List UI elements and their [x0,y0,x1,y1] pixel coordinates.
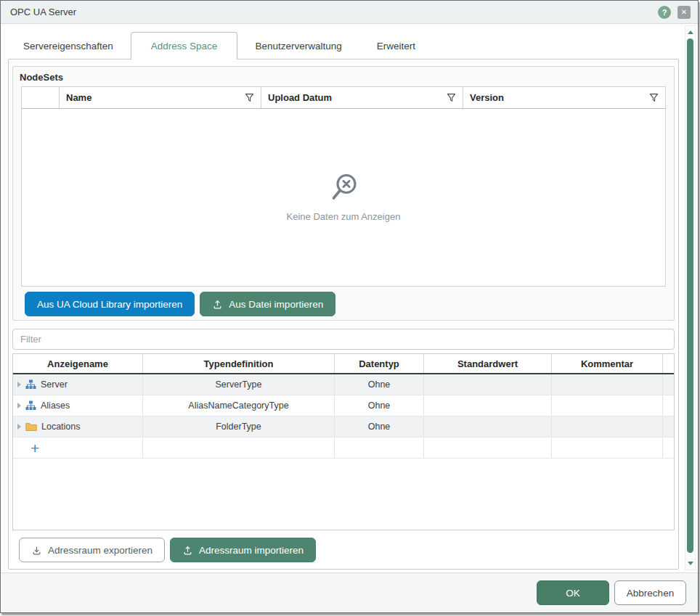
sitemap-icon [25,401,36,411]
cell-comment[interactable] [552,395,663,416]
cell-datatype[interactable]: Ohne [335,416,424,437]
column-anzeigename[interactable]: Anzeigename [13,354,143,373]
grid-header-row: Anzeigename Typendefinition Datentyp Sta… [13,354,674,374]
cell-spacer [143,438,335,458]
close-icon[interactable]: ✕ [677,6,691,19]
cell-type-definition[interactable]: ServerType [143,374,335,395]
cell-spacer [663,395,674,416]
cell-datatype[interactable]: Ohne [335,395,424,416]
row-label: Locations [41,422,81,432]
nodesets-column-name[interactable]: Name [60,87,261,108]
upload-icon [212,299,223,310]
cell-type-definition[interactable]: FolderType [143,416,335,437]
no-data-text: Keine Daten zum Anzeigen [287,211,401,222]
column-spacer [663,354,674,373]
cell-add[interactable]: + [13,438,143,458]
filter-input[interactable] [12,329,675,350]
export-address-space-label: Adressraum exportieren [48,545,152,556]
tab-erweitert[interactable]: Erweitert [359,33,433,59]
import-address-space-button[interactable]: Adressraum importieren [170,538,316,562]
add-row-icon[interactable]: + [13,440,39,456]
nodesets-button-row: Aus UA Cloud Library importieren Aus Dat… [25,292,674,316]
filter-icon[interactable] [447,93,456,102]
cell-default-value[interactable] [424,416,552,437]
export-address-space-button[interactable]: Adressraum exportieren [19,538,165,562]
download-icon [31,545,42,556]
row-label: Aliases [41,401,70,411]
nodesets-column-upload-datum-label: Upload Datum [268,92,332,103]
nodesets-column-upload-datum[interactable]: Upload Datum [261,87,463,108]
dialog-title: OPC UA Server [10,7,658,17]
filter-icon[interactable] [245,93,254,102]
cell-spacer [424,438,552,458]
import-address-space-label: Adressraum importieren [199,545,304,556]
address-space-grid: Anzeigename Typendefinition Datentyp Sta… [12,353,675,530]
cell-spacer [663,374,674,395]
expander-icon[interactable] [17,424,21,430]
nodesets-table: Name Upload Datum Version [21,86,666,287]
scrollbar-down-icon[interactable] [688,562,693,565]
dialog-titlebar: OPC UA Server ? ✕ [1,1,698,24]
nodesets-column-version[interactable]: Version [463,87,665,108]
nodesets-selector-column-header [22,87,60,108]
tab-bar: Servereigenschaften Address Space Benutz… [6,24,433,59]
opcua-server-dialog: OPC UA Server ? ✕ Servereigenschaften Ad… [0,0,699,613]
nodesets-empty-state: Keine Daten zum Anzeigen [22,109,665,286]
upload-icon [182,545,193,556]
cell-comment[interactable] [552,374,663,395]
cell-display-name[interactable]: Locations [13,416,143,437]
cell-type-definition[interactable]: AliasNameCategoryType [143,395,335,416]
cell-datatype[interactable]: Ohne [335,374,424,395]
add-row[interactable]: + [13,438,674,459]
nodesets-column-version-label: Version [470,92,504,103]
cell-display-name[interactable]: Aliases [13,395,143,416]
column-datentyp[interactable]: Datentyp [335,354,424,373]
cell-default-value[interactable] [424,395,552,416]
sitemap-icon [25,379,36,390]
cell-comment[interactable] [552,416,663,437]
cell-display-name[interactable]: Server [13,374,143,395]
nodesets-group-label: NodeSets [13,67,674,86]
cell-spacer [335,438,424,458]
vertical-scrollbar[interactable] [685,25,696,570]
tab-benutzerverwaltung[interactable]: Benutzerverwaltung [237,33,359,59]
filter-icon[interactable] [649,93,659,102]
file-import-label: Aus Datei importieren [229,299,323,310]
column-typendefinition[interactable]: Typendefinition [143,354,335,373]
row-label: Server [41,379,68,390]
address-space-panel: NodeSets Name Upload Datum [8,59,679,570]
column-kommentar[interactable]: Kommentar [552,354,663,373]
expander-icon[interactable] [17,382,21,387]
ok-button[interactable]: OK [537,580,609,605]
cloud-library-import-label: Aus UA Cloud Library importieren [37,299,182,310]
nodesets-table-header: Name Upload Datum Version [22,87,665,109]
address-space-button-row: Adressraum exportieren Adressraum import… [19,538,678,562]
cloud-library-import-button[interactable]: Aus UA Cloud Library importieren [25,292,195,316]
dialog-content: Servereigenschaften Address Space Benutz… [1,24,698,572]
expander-icon[interactable] [17,403,21,408]
column-standardwert[interactable]: Standardwert [424,354,552,373]
dialog-footer: OK Abbrechen [1,572,698,612]
table-row-aliases[interactable]: Aliases AliasNameCategoryType Ohne [13,395,674,416]
tab-servereigenschaften[interactable]: Servereigenschaften [6,33,131,59]
folder-icon [25,422,37,432]
no-data-magnifier-icon [327,173,359,205]
table-row-server[interactable]: Server ServerType Ohne [13,374,674,395]
file-import-button[interactable]: Aus Datei importieren [200,292,335,316]
scrollbar-thumb[interactable] [687,38,693,553]
cell-spacer [663,416,674,437]
scrollbar-up-icon[interactable] [688,30,693,34]
help-icon[interactable]: ? [658,6,671,19]
nodesets-groupbox: NodeSets Name Upload Datum [12,66,675,321]
tab-address-space[interactable]: Address Space [131,32,238,59]
table-row-locations[interactable]: Locations FolderType Ohne [13,416,674,438]
cell-default-value[interactable] [424,374,552,395]
cell-spacer [663,438,674,458]
cancel-button[interactable]: Abbrechen [614,580,686,605]
cell-spacer [552,438,663,458]
nodesets-column-name-label: Name [66,92,91,103]
